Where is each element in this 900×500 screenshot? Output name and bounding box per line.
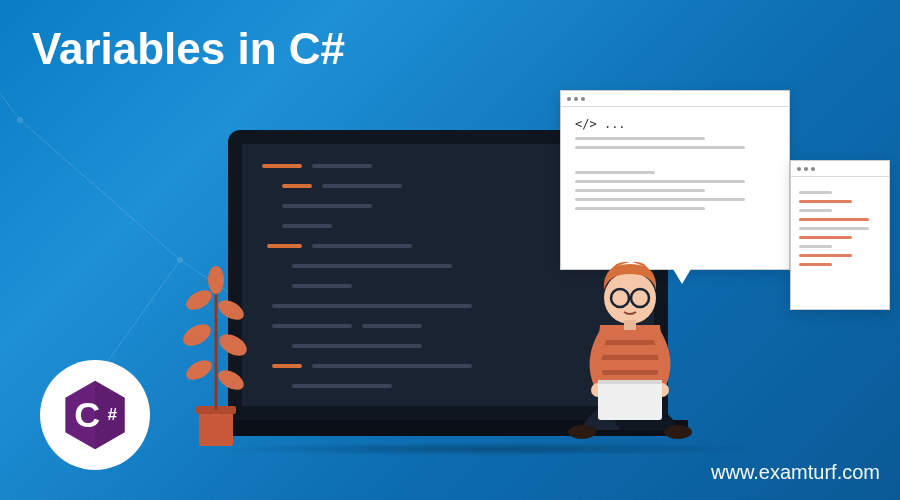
svg-rect-25 (598, 380, 662, 384)
svg-point-15 (215, 366, 247, 394)
watermark-url: www.examturf.com (711, 461, 880, 484)
svg-point-17 (568, 425, 596, 439)
svg-point-18 (664, 425, 692, 439)
csharp-c-letter: C (74, 395, 100, 435)
window-control-dot (581, 97, 585, 101)
svg-line-3 (0, 40, 20, 120)
svg-rect-30 (624, 320, 636, 330)
window-control-dot (804, 167, 808, 171)
plant-illustration (169, 250, 259, 450)
popup-titlebar (561, 91, 789, 107)
window-control-dot (797, 167, 801, 171)
svg-point-14 (183, 356, 215, 384)
svg-point-10 (183, 286, 215, 314)
code-popup-side (790, 160, 890, 310)
svg-point-12 (180, 320, 215, 351)
svg-rect-7 (199, 410, 233, 446)
window-control-dot (574, 97, 578, 101)
svg-rect-20 (600, 355, 660, 360)
window-control-dot (567, 97, 571, 101)
svg-point-16 (208, 266, 224, 294)
svg-rect-21 (600, 370, 660, 375)
svg-line-0 (20, 120, 180, 260)
svg-rect-19 (600, 340, 660, 345)
window-control-dot (811, 167, 815, 171)
svg-point-11 (215, 296, 247, 324)
csharp-hexagon-icon: C # (56, 376, 134, 454)
code-tag-symbol: </> (575, 117, 597, 131)
svg-rect-24 (598, 380, 662, 420)
developer-illustration (540, 230, 720, 450)
popup-titlebar (791, 161, 889, 177)
csharp-logo-badge: C # (40, 360, 150, 470)
csharp-hash-symbol: # (107, 404, 117, 424)
page-title: Variables in C# (32, 24, 345, 74)
svg-point-4 (17, 117, 23, 123)
svg-point-13 (216, 330, 251, 361)
code-ellipsis: ... (604, 117, 626, 131)
